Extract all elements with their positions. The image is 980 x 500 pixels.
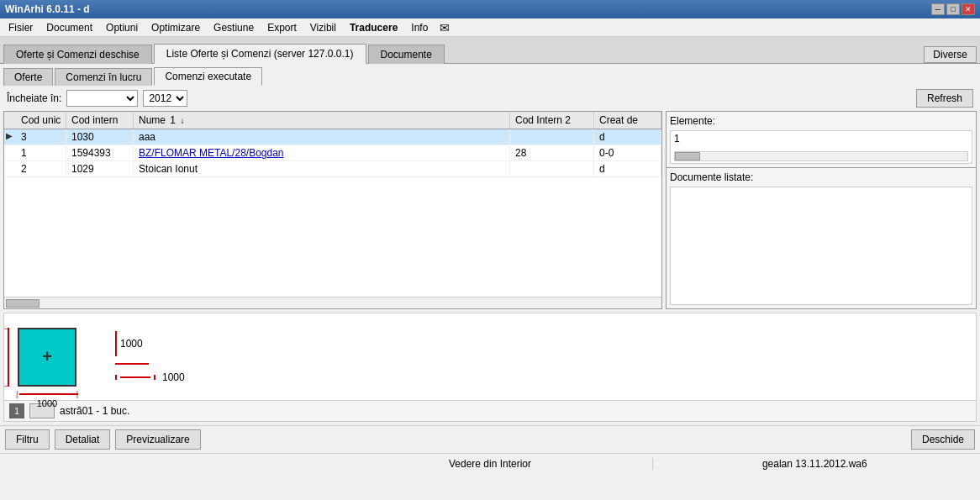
filter-label: Încheiate în:	[7, 92, 61, 104]
filter-month-select[interactable]: Ianuarie Februarie Martie Decembrie	[66, 90, 138, 107]
th-cod-intern[interactable]: Cod intern	[66, 112, 134, 129]
th-nume-label: Nume	[139, 114, 166, 126]
tab-oferte-comenzi-deschise[interactable]: Oferte și Comenzi deschise	[3, 45, 152, 64]
preview-content: ─ ─ + | | 1000	[4, 313, 976, 400]
menu-optiuni[interactable]: Optiuni	[101, 20, 143, 35]
window-preview-box: + | |	[18, 328, 76, 387]
sub-tab-bar: Oferte Comenzi în lucru Comenzi executat…	[0, 64, 980, 86]
td-cod-intern-2-2: 28	[510, 145, 594, 161]
documents-section: Documente listate:	[667, 168, 976, 308]
status-bar: Vedere din Interior gealan 13.11.2012.wa…	[0, 453, 980, 473]
minimize-button[interactable]: ─	[931, 3, 945, 15]
table-row[interactable]: 1 1594393 BZ/FLOMAR METAL/28/Bogdan 28 0…	[4, 145, 661, 161]
main-content-area: Oferte și Comenzi deschise Liste Oferte …	[0, 37, 980, 453]
td-creat-de-2: 0-0	[594, 145, 661, 161]
menu-gestiune[interactable]: Gestiune	[208, 20, 259, 35]
th-cod-unic[interactable]: Cod unic	[16, 112, 66, 129]
row-marker-3	[4, 161, 16, 176]
dim-endpoint-left	[115, 375, 117, 380]
table-row[interactable]: ▶ 3 1030 aaa d	[4, 129, 661, 145]
th-nume[interactable]: Nume 1 ↓	[134, 112, 510, 129]
width-label: 1000	[18, 398, 76, 408]
td-creat-de-1: d	[594, 129, 661, 145]
dim-arrow-top: ─	[4, 324, 9, 333]
td-cod-unic-3: 2	[16, 161, 66, 176]
th-cod-intern-2[interactable]: Cod Intern 2	[510, 112, 594, 129]
email-icon[interactable]: ✉	[440, 21, 450, 34]
filter-row: Încheiate în: Ianuarie Februarie Martie …	[0, 86, 980, 111]
td-cod-intern-2: 1594393	[66, 145, 134, 161]
menu-optimizare[interactable]: Optimizare	[146, 20, 205, 35]
orders-table: Cod unic Cod intern Nume 1 ↓ Cod Intern …	[3, 111, 662, 309]
preview-row-1: 1 astrã01 - 1 buc.	[4, 400, 976, 421]
td-nume-1: aaa	[134, 129, 510, 145]
preview-area: ─ ─ + | | 1000	[3, 313, 977, 422]
window-diagram: ─ ─ + | | 1000	[18, 328, 76, 387]
tab-liste-oferte-comenzi[interactable]: Liste Oferte și Comenzi (server 127.0.0.…	[154, 44, 366, 64]
tab-oferte[interactable]: Oferte	[3, 68, 53, 86]
sort-arrow-icon: ↓	[180, 116, 184, 125]
row-marker-1: ▶	[4, 129, 16, 145]
status-right: gealan 13.11.2012.wa6	[653, 458, 977, 470]
menu-document[interactable]: Document	[41, 20, 97, 35]
row-marker-2	[4, 145, 16, 161]
elements-label: Elemente:	[670, 115, 972, 127]
left-dim-line	[8, 328, 9, 387]
filter-year-select[interactable]: 2012 2011 2013	[143, 90, 187, 107]
td-cod-unic-1: 3	[16, 129, 66, 145]
elements-value: 1	[670, 130, 972, 164]
row-marker-header	[4, 112, 16, 129]
menu-export[interactable]: Export	[262, 20, 302, 35]
dim-w-num: 1000	[162, 371, 185, 383]
dim-h-row: 1000	[115, 331, 185, 356]
td-cod-intern-2-3	[510, 161, 594, 176]
td-cod-intern-1: 1030	[66, 129, 134, 145]
table-body: ▶ 3 1030 aaa d 1 1594393 BZ/FLOMAR METAL…	[4, 129, 661, 297]
td-cod-intern-3: 1029	[66, 161, 134, 176]
table-h-scrollbar[interactable]	[4, 297, 661, 308]
td-nume-2[interactable]: BZ/FLOMAR METAL/28/Bogdan	[134, 145, 510, 161]
detaliat-button[interactable]: Detaliat	[55, 429, 111, 450]
diverse-button[interactable]: Diverse	[924, 46, 977, 63]
th-creat-de[interactable]: Creat de	[594, 112, 661, 129]
right-panel: Elemente: 1 Documente listate:	[666, 111, 977, 309]
td-cod-unic-2: 1	[16, 145, 66, 161]
tab-documente[interactable]: Documente	[368, 45, 445, 64]
dim-w-row	[115, 363, 185, 365]
close-button[interactable]: ✕	[962, 3, 975, 15]
menu-fisier[interactable]: Fisier	[3, 20, 38, 35]
dim-arrow-bottom: ─	[4, 382, 9, 390]
dim-arrow-left: |	[16, 390, 18, 398]
filtru-button[interactable]: Filtru	[5, 429, 50, 450]
td-nume-3: Stoican Ionut	[134, 161, 510, 176]
dimension-info: 1000 1000	[115, 331, 185, 383]
deschide-button[interactable]: Deschide	[911, 429, 975, 450]
dim-line-bottom	[120, 376, 150, 378]
tab-comenzi-in-lucru[interactable]: Comenzi în lucru	[55, 68, 152, 86]
window-cross-icon: +	[42, 347, 52, 366]
previzualizare-button[interactable]: Previzualizare	[115, 429, 200, 450]
refresh-button[interactable]: Refresh	[916, 89, 973, 108]
menu-info[interactable]: Info	[406, 20, 433, 35]
td-creat-de-3: d	[594, 161, 661, 176]
menu-traducere[interactable]: Traducere	[345, 20, 403, 35]
dim-endpoint-right	[154, 375, 155, 380]
documents-content	[670, 187, 972, 305]
td-cod-intern-2-1	[510, 129, 594, 145]
tab-comenzi-executate[interactable]: Comenzi executate	[154, 67, 262, 86]
elements-number: 1	[674, 133, 968, 145]
maximize-button[interactable]: □	[946, 3, 960, 15]
main-tab-bar: Oferte și Comenzi deschise Liste Oferte …	[0, 37, 980, 64]
dim-v-indicator	[115, 331, 117, 356]
sort-num: 1	[170, 114, 176, 126]
status-middle: Vedere din Interior	[328, 458, 652, 470]
menu-vizibil[interactable]: Vizibil	[305, 20, 341, 35]
dim-w-label-row: 1000	[115, 371, 185, 383]
dim-h-value: 1000	[120, 338, 143, 350]
documents-label: Documente listate:	[670, 171, 972, 183]
window-controls: ─ □ ✕	[931, 3, 975, 15]
bottom-toolbar: Filtru Detaliat Previzualizare Deschide	[0, 425, 980, 453]
elements-section: Elemente: 1	[667, 112, 976, 167]
table-row[interactable]: 2 1029 Stoican Ionut d	[4, 161, 661, 177]
bottom-dim-line	[19, 393, 78, 395]
